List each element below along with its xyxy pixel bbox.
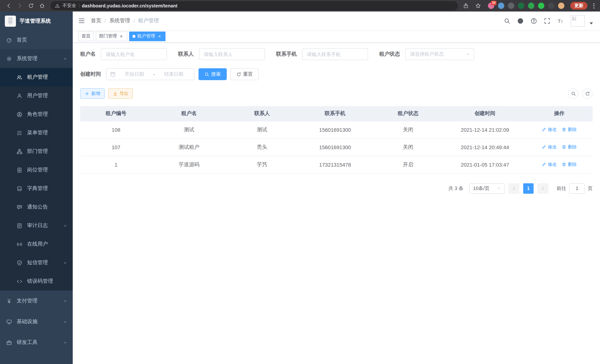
screen: 不安全 dashboard.yudao.iocoder.cn/system/te… xyxy=(0,0,600,364)
delete-button[interactable]: 删除 xyxy=(562,127,577,133)
extension-drop-icon[interactable] xyxy=(498,3,504,9)
browser-update-button[interactable]: 更新 xyxy=(570,2,587,10)
app-logo[interactable]: 芋道管理系统 xyxy=(0,11,73,31)
prev-page-button[interactable] xyxy=(508,183,519,194)
sidebar-item-dept[interactable]: 部门管理 xyxy=(0,142,73,161)
header-search-button[interactable] xyxy=(504,18,510,24)
add-button[interactable]: 新增 xyxy=(80,88,105,99)
tag-1[interactable]: 部门管理× xyxy=(96,31,127,41)
goto-page: 前往 页 xyxy=(557,183,593,194)
tag-label: 租户管理 xyxy=(137,33,155,39)
create-time-range-picker[interactable]: 开始日期 - 结束日期 xyxy=(106,68,194,80)
tag-0[interactable]: 首页 xyxy=(78,31,94,41)
browser-forward-button[interactable] xyxy=(15,1,25,10)
fullscreen-button[interactable] xyxy=(544,18,550,24)
edit-icon xyxy=(542,127,546,132)
sidebar-item-label: 用户管理 xyxy=(27,92,48,99)
tag-2[interactable]: 租户管理× xyxy=(129,31,166,41)
extension-dots-icon[interactable]: 10 xyxy=(488,3,494,9)
create-time-label: 创建时间 xyxy=(80,71,101,78)
fullscreen-icon xyxy=(544,18,550,24)
sidebar-item-system[interactable]: 系统管理 xyxy=(0,49,73,68)
share-button[interactable] xyxy=(462,1,470,10)
cell-status: 关闭 xyxy=(372,138,444,156)
tag-close-icon[interactable]: × xyxy=(157,34,162,39)
tenant-table: 租户编号 租户名 联系人 联系手机 租户状态 创建时间 操作 108测试测试15… xyxy=(80,106,593,173)
browser-menu-kebab-icon[interactable] xyxy=(591,3,596,8)
sidebar-item-dict[interactable]: 字典管理 xyxy=(0,179,73,198)
goto-page-input[interactable] xyxy=(569,183,585,194)
sidebar-item-dev-tool[interactable]: 研发工具 xyxy=(0,332,73,353)
fontsize-icon: TT xyxy=(557,18,564,24)
delete-label: 删除 xyxy=(568,127,577,133)
sidebar-item-sms[interactable]: 短信管理 xyxy=(0,253,73,272)
refresh-table-button[interactable] xyxy=(582,88,593,99)
breadcrumb-item-system[interactable]: 系统管理 xyxy=(109,18,130,24)
search-icon xyxy=(571,91,576,96)
tenant-name-input[interactable] xyxy=(101,48,167,60)
mobile-input[interactable] xyxy=(302,48,368,60)
sidebar: 芋道管理系统 首页系统管理租户管理用户管理角色管理菜单管理部门管理岗位管理字典管… xyxy=(0,11,73,364)
edit-button[interactable]: 修改 xyxy=(542,127,557,133)
export-button[interactable]: 导出 xyxy=(108,88,133,99)
status-select[interactable]: 请选择租户状态 xyxy=(405,48,474,60)
sidebar-item-tenant[interactable]: 租户管理 xyxy=(0,68,73,86)
reset-button[interactable]: 重置 xyxy=(230,68,259,80)
column-header-mobile: 联系手机 xyxy=(298,106,372,121)
tag-close-icon[interactable]: × xyxy=(119,34,124,39)
delete-button[interactable]: 删除 xyxy=(562,161,577,168)
delete-label: 删除 xyxy=(568,161,577,168)
caret-down-icon[interactable] xyxy=(588,20,594,26)
sidebar-item-error-code[interactable]: 错误码管理 xyxy=(0,272,73,290)
browser-back-button[interactable] xyxy=(4,1,13,10)
sidebar-item-audit-log[interactable]: 审计日志 xyxy=(0,216,73,235)
extension-green-circle-icon[interactable] xyxy=(528,3,534,9)
current-page[interactable]: 1 xyxy=(523,183,534,194)
sidebar-item-home[interactable]: 首页 xyxy=(0,31,73,49)
font-size-button[interactable]: TT xyxy=(557,18,564,24)
breadcrumb-item-home[interactable]: 首页 xyxy=(91,18,101,24)
github-button[interactable] xyxy=(517,18,524,24)
extension-sphere-icon[interactable] xyxy=(508,3,514,9)
sidebar-item-infra[interactable]: 基础设施 xyxy=(0,311,73,332)
extension-darkgreen-circle-icon[interactable] xyxy=(518,3,524,9)
sidebar-item-menu[interactable]: 菜单管理 xyxy=(0,123,73,142)
sidebar-item-notice[interactable]: 通知公告 xyxy=(0,198,73,216)
sidebar-item-pay[interactable]: 支付管理 xyxy=(0,290,73,311)
extension-chat-icon[interactable] xyxy=(538,3,544,9)
sidebar-item-post[interactable]: 岗位管理 xyxy=(0,161,73,179)
browser-nav-controls xyxy=(4,1,47,10)
cell-mobile: 15601691300 xyxy=(298,138,372,156)
cell-id: 1 xyxy=(80,156,152,173)
contact-input[interactable] xyxy=(199,48,265,60)
hamburger-icon[interactable] xyxy=(78,18,85,24)
search-button[interactable]: 搜索 xyxy=(198,68,227,80)
breadcrumb-current: 租户管理 xyxy=(138,18,159,24)
sidebar-item-role[interactable]: 角色管理 xyxy=(0,105,73,123)
help-button[interactable] xyxy=(531,18,537,24)
sidebar-item-online-user[interactable]: 在线用户 xyxy=(0,235,73,253)
contact-label: 联系人 xyxy=(178,51,194,57)
sidebar-item-label: 支付管理 xyxy=(17,298,38,304)
edit-button[interactable]: 修改 xyxy=(542,161,557,168)
page-size-select[interactable]: 10条/页 xyxy=(469,183,505,194)
column-header-created: 创建时间 xyxy=(444,106,526,121)
address-bar[interactable]: 不安全 dashboard.yudao.iocoder.cn/system/te… xyxy=(50,1,458,10)
avatar[interactable] xyxy=(571,15,585,27)
extension-plug-icon[interactable] xyxy=(548,3,554,9)
browser-home-button[interactable] xyxy=(37,1,47,10)
bookmark-button[interactable] xyxy=(474,1,482,10)
tag-label: 部门管理 xyxy=(99,33,117,39)
delete-button[interactable]: 删除 xyxy=(562,144,577,150)
browser-reload-button[interactable] xyxy=(26,1,36,10)
extension-face-icon[interactable] xyxy=(558,3,564,9)
sidebar-item-user[interactable]: 用户管理 xyxy=(0,86,73,105)
broadcast-icon xyxy=(17,241,22,247)
toggle-search-button[interactable] xyxy=(568,88,579,99)
next-page-button[interactable] xyxy=(537,183,548,194)
column-header-name: 租户名 xyxy=(152,106,226,121)
cell-actions: 修改删除 xyxy=(526,156,593,173)
edit-button[interactable]: 修改 xyxy=(542,144,557,150)
extension-badge: 10 xyxy=(491,1,497,5)
mobile-label: 联系手机 xyxy=(276,51,297,57)
